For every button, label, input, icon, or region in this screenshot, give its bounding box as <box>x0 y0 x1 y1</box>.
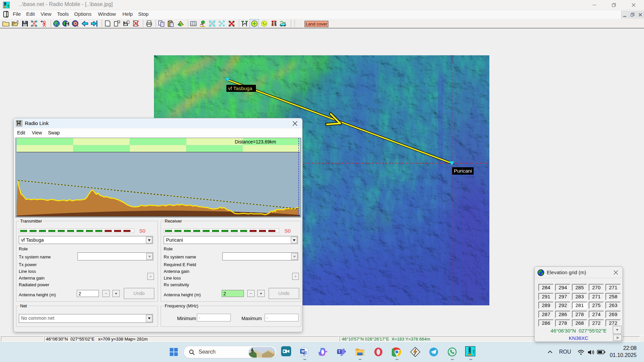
svg-text:Puricani: Puricani <box>454 168 472 174</box>
svg-text:vf Tasbuga: vf Tasbuga <box>228 85 253 91</box>
svg-text:T: T <box>338 350 340 354</box>
svg-text:W: W <box>301 349 305 353</box>
svg-text:?: ? <box>273 22 275 26</box>
svg-text:Distance=123,69km: Distance=123,69km <box>235 139 276 144</box>
svg-text:m: m <box>4 6 5 8</box>
